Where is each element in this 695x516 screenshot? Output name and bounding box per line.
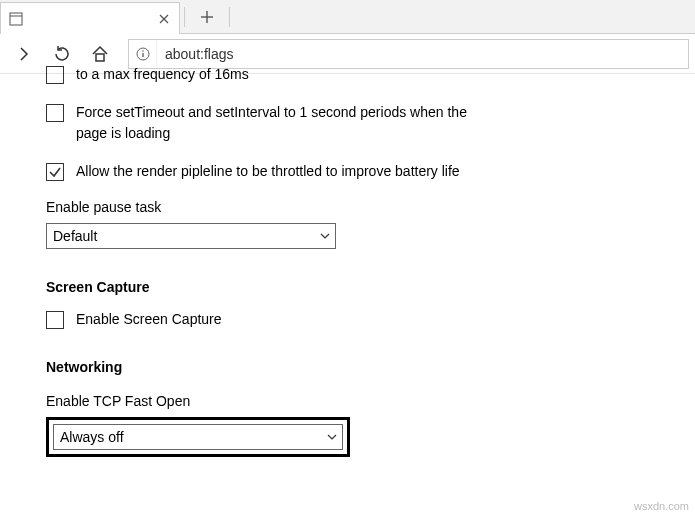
checkbox-checked[interactable] xyxy=(46,163,64,181)
checkbox[interactable] xyxy=(46,66,64,84)
tab-bar xyxy=(0,0,695,34)
close-icon[interactable] xyxy=(157,12,171,26)
pause-task-select[interactable]: Default xyxy=(46,223,336,249)
option-label: Enable Screen Capture xyxy=(76,309,222,329)
page-icon xyxy=(9,12,23,26)
new-tab-button[interactable] xyxy=(189,1,225,33)
option-row: Allow the render pipleline to be throttl… xyxy=(46,161,695,181)
svg-point-8 xyxy=(142,50,144,52)
networking-heading: Networking xyxy=(46,359,695,375)
select-value: Always off xyxy=(60,429,124,445)
svg-rect-6 xyxy=(96,54,104,61)
tab-separator xyxy=(229,7,230,27)
select-value: Default xyxy=(53,228,97,244)
tcp-fast-open-label: Enable TCP Fast Open xyxy=(46,393,695,409)
forward-button[interactable] xyxy=(6,36,42,72)
tab-separator xyxy=(184,7,185,27)
svg-rect-0 xyxy=(10,13,22,25)
option-label: to a max frequency of 16ms xyxy=(76,64,249,84)
address-text[interactable]: about:flags xyxy=(157,46,688,62)
highlight-box: Always off xyxy=(46,417,350,457)
option-row: Enable Screen Capture xyxy=(46,309,695,329)
watermark: wsxdn.com xyxy=(634,500,689,512)
option-row: Force setTimeout and setInterval to 1 se… xyxy=(46,102,695,143)
browser-tab[interactable] xyxy=(0,2,180,34)
checkbox[interactable] xyxy=(46,311,64,329)
option-label: Allow the render pipleline to be throttl… xyxy=(76,161,460,181)
tcp-fast-open-select[interactable]: Always off xyxy=(53,424,343,450)
pause-task-label: Enable pause task xyxy=(46,199,695,215)
page-content: to a max frequency of 16ms Force setTime… xyxy=(0,64,695,457)
checkbox[interactable] xyxy=(46,104,64,122)
screen-capture-heading: Screen Capture xyxy=(46,279,695,295)
option-label: Force setTimeout and setInterval to 1 se… xyxy=(76,102,496,143)
